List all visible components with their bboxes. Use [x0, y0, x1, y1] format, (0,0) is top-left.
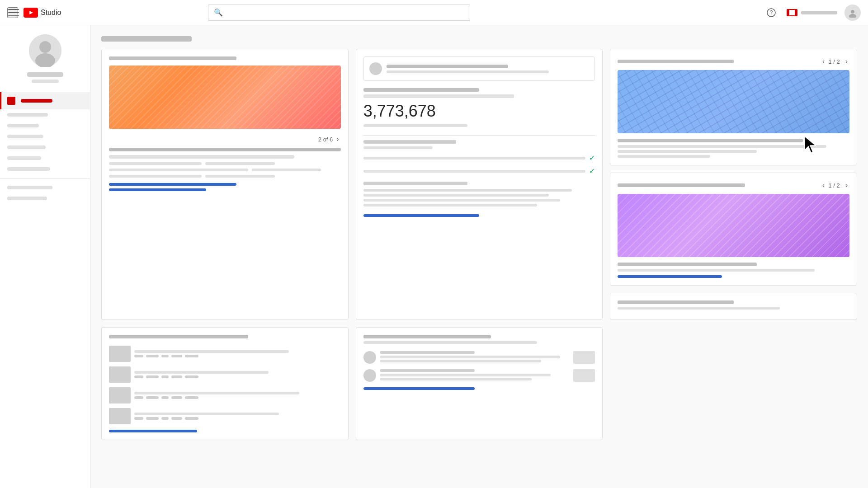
s4c: [161, 417, 169, 420]
card2-channel-sub: [387, 70, 549, 73]
card1-row3a: [109, 162, 202, 165]
copyright-label: [7, 156, 41, 160]
card2-stat-number: 3,773,678: [363, 102, 595, 121]
card-comments: [356, 327, 603, 440]
help-button[interactable]: ?: [763, 5, 779, 21]
card1-row4a: [109, 169, 248, 171]
account-name-bar: [801, 11, 837, 14]
card4-progress-section: [618, 275, 849, 278]
sidebar-item-copyright[interactable]: [0, 153, 90, 164]
channel-name-bar: [27, 72, 63, 77]
s3b: [146, 396, 159, 399]
card-purple-thumb: ‹ 1 / 2 ›: [610, 173, 857, 286]
card2-avatar: [369, 62, 382, 75]
comment-avatar-2: [363, 369, 376, 382]
account-button[interactable]: [844, 5, 861, 21]
card2-lower-row2: [363, 194, 549, 197]
sidebar-item-subtitles[interactable]: [0, 142, 90, 153]
sidebar-item-audio[interactable]: [0, 193, 90, 204]
list-thumb-1: [109, 346, 131, 362]
card4-title: [618, 183, 745, 187]
avatar-icon: [29, 34, 61, 67]
list-detail-2: [134, 371, 341, 378]
card3-row1: [618, 139, 803, 142]
comment-text1-2: [380, 360, 542, 362]
card1-progress1: [109, 183, 341, 186]
comment-name-2: [380, 369, 475, 372]
sidebar-item-customization[interactable]: [0, 182, 90, 193]
card4-thumbnail: [618, 194, 849, 257]
s1e: [185, 355, 198, 357]
card4-pagination: ‹ 1 / 2 ›: [821, 180, 849, 190]
sidebar-item-dashboard[interactable]: [0, 92, 90, 109]
card4-row1: [618, 263, 757, 266]
card1-row5a: [109, 175, 202, 178]
s2d: [171, 375, 182, 378]
card4-next-arrow[interactable]: ›: [844, 180, 849, 190]
list-stats3: [134, 396, 341, 399]
s3e: [185, 396, 198, 399]
search-bar[interactable]: 🔍: [208, 5, 470, 21]
comments-progress-fill: [363, 387, 475, 390]
s4d: [171, 417, 182, 420]
list-detail-3: [134, 392, 341, 399]
sidebar-item-content[interactable]: [0, 109, 90, 120]
card1-next-arrow[interactable]: ›: [335, 134, 340, 144]
card2-channel-info: [387, 65, 590, 73]
comment-action-1[interactable]: [573, 351, 595, 364]
comment-text2-2: [380, 378, 532, 380]
card2-lower-section: [363, 182, 595, 209]
card-simple: [610, 293, 857, 320]
sidebar-item-comments[interactable]: [0, 131, 90, 142]
card1-progress2-fill: [109, 188, 206, 191]
comment-action-2[interactable]: [573, 369, 595, 382]
card3-title: [618, 60, 733, 63]
sidebar-item-analytics[interactable]: [0, 120, 90, 131]
card2-stat-section: 3,773,678: [363, 86, 595, 135]
s3a: [134, 396, 143, 399]
search-icon: 🔍: [214, 8, 223, 17]
s3c: [161, 396, 169, 399]
list-detail-1: [134, 350, 341, 357]
comment-text1-1: [380, 356, 561, 358]
card3-prev-arrow[interactable]: ‹: [821, 56, 826, 66]
studio-label: Studio: [41, 9, 61, 17]
account-icon: [848, 8, 858, 18]
comment-text2-1: [380, 374, 551, 376]
comment-row-2: [363, 369, 595, 382]
s2a: [134, 375, 143, 378]
s2e: [185, 375, 198, 378]
list-item-3: [109, 387, 341, 404]
card-video-list: [101, 327, 349, 440]
comment-name-1: [380, 351, 475, 354]
card1-thumbnail: [109, 66, 341, 129]
list-item-4: [109, 408, 341, 424]
s1c: [161, 355, 169, 357]
list-detail-4: [134, 413, 341, 420]
card3-header: ‹ 1 / 2 ›: [618, 56, 849, 66]
sidebar-item-monetization[interactable]: [0, 164, 90, 174]
card2-check-row1: ✓: [363, 154, 595, 162]
svg-point-5: [849, 14, 856, 18]
card3-next-arrow[interactable]: ›: [844, 56, 849, 66]
card1-pagination-text: 2 of 6: [318, 136, 333, 143]
list-bar4a: [134, 413, 279, 415]
card2-progress-section: [363, 214, 595, 217]
hamburger-button[interactable]: [7, 7, 18, 18]
comment-content-2: [380, 369, 570, 382]
card1-row2: [109, 155, 294, 159]
search-input[interactable]: [226, 9, 464, 16]
card1-pagination-row: 2 of 6 ›: [109, 134, 341, 144]
s3d: [171, 396, 182, 399]
list-thumb-4: [109, 408, 131, 424]
list-thumb-3: [109, 387, 131, 404]
dashboard-label: [21, 99, 52, 103]
card4-prev-arrow[interactable]: ‹: [821, 180, 826, 190]
card2-check-row2: ✓: [363, 167, 595, 175]
avatar-section: [0, 25, 90, 89]
card3-row3: [618, 150, 757, 153]
flag-area: [787, 9, 837, 16]
page-header: [101, 33, 857, 49]
list-stats1: [134, 355, 341, 357]
check-icon-1: ✓: [589, 154, 595, 162]
